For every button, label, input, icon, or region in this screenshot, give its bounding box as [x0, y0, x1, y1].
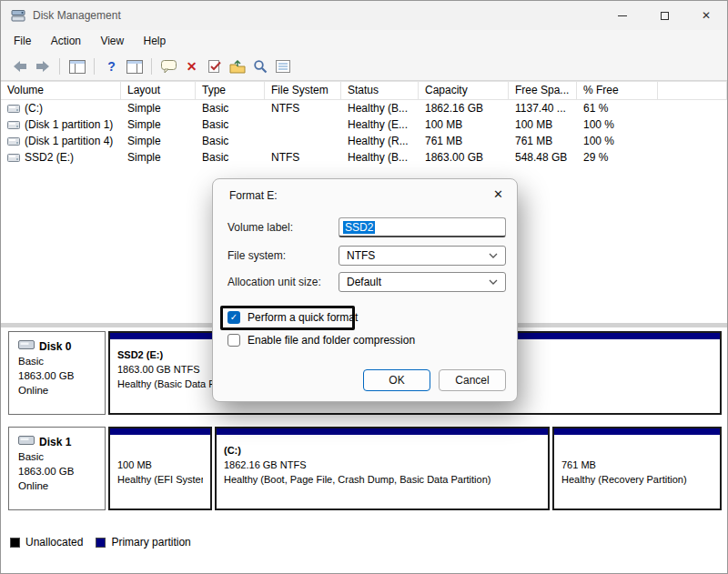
partition-size: 761 MB — [561, 458, 713, 472]
volume-layout: Simple — [121, 100, 196, 116]
toolbar-separator — [94, 58, 95, 75]
disk-0-panel[interactable]: Disk 0 Basic 1863.00 GB Online — [8, 331, 106, 415]
window-controls: ✕ — [602, 1, 727, 30]
column-header-volume[interactable]: Volume — [1, 82, 121, 99]
close-button[interactable]: ✕ — [685, 1, 727, 30]
disk-1-panel[interactable]: Disk 1 Basic 1863.00 GB Online — [8, 427, 106, 510]
drive-icon — [7, 104, 20, 114]
volume-free-space: 548.48 GB — [509, 149, 577, 166]
partition-status: Healthy (Recovery Partition) — [561, 472, 713, 487]
unallocated-swatch — [10, 538, 20, 548]
menu-file[interactable]: File — [5, 30, 39, 53]
menu-help[interactable]: Help — [136, 30, 175, 53]
unallocated-label: Unallocated — [25, 536, 83, 549]
dialog-close-button[interactable]: ✕ — [493, 187, 503, 202]
file-system-select[interactable]: NTFS — [339, 246, 506, 266]
chevron-down-icon — [489, 279, 498, 285]
disk-type: Basic — [18, 449, 105, 464]
volume-type: Basic — [196, 100, 265, 116]
volume-pct-free: 29 % — [577, 149, 658, 166]
disk-status: Online — [18, 383, 105, 398]
back-button[interactable] — [8, 55, 31, 77]
menu-view[interactable]: View — [92, 30, 132, 53]
menubar: File Action View Help — [1, 30, 727, 53]
disk-name: Disk 0 — [39, 339, 71, 354]
toolbar-separator — [151, 58, 152, 75]
drive-icon — [7, 153, 20, 163]
volume-status: Healthy (R... — [341, 133, 419, 149]
disk-management-window: Disk Management ✕ File Action View Help … — [0, 0, 728, 574]
column-header-capacity[interactable]: Capacity — [419, 82, 509, 99]
volume-type: Basic — [196, 149, 265, 166]
view-fields-button[interactable] — [271, 55, 294, 77]
drive-icon — [7, 136, 20, 146]
chevron-down-icon — [489, 253, 498, 258]
delete-volume-button[interactable]: ✕ — [180, 55, 203, 77]
volume-row-disk1-partition1[interactable]: (Disk 1 partition 1) Simple Basic Health… — [1, 116, 727, 133]
magnifier-icon — [253, 59, 268, 74]
disk-management-app-icon — [11, 8, 25, 23]
maximize-icon — [661, 12, 669, 20]
menu-action[interactable]: Action — [43, 30, 89, 53]
titlebar: Disk Management ✕ — [1, 1, 727, 30]
column-header-layout[interactable]: Layout — [121, 82, 196, 99]
show-action-pane-button[interactable] — [123, 55, 146, 77]
volume-free-space: 1137.40 ... — [509, 100, 577, 116]
partition-efi-system[interactable]: 100 MB Healthy (EFI System Partition) — [108, 427, 212, 510]
quick-format-checkbox[interactable]: ✓ — [228, 311, 240, 324]
volume-free-space: 761 MB — [509, 133, 577, 149]
file-system-value: NTFS — [347, 249, 375, 262]
format-dialog: Format E: ✕ Volume label: SSD2 File syst… — [212, 178, 518, 402]
disk-icon — [18, 338, 35, 354]
volume-name: SSD2 (E:) — [25, 149, 74, 166]
console-tree-icon — [69, 60, 86, 74]
column-header-filler — [658, 82, 727, 99]
volume-row-ssd2-e[interactable]: SSD2 (E:) Simple Basic NTFS Healthy (B..… — [1, 149, 727, 166]
compression-label: Enable file and folder compression — [248, 334, 415, 347]
volume-row-c[interactable]: (C:) Simple Basic NTFS Healthy (B... 186… — [1, 100, 727, 116]
forward-button[interactable] — [31, 55, 54, 77]
minimize-icon — [618, 15, 627, 16]
volume-free-space: 100 MB — [509, 116, 577, 133]
maximize-button[interactable] — [643, 1, 685, 30]
minimize-button[interactable] — [602, 1, 643, 30]
column-header-pct-free[interactable]: % Free — [577, 82, 658, 99]
mark-partition-button[interactable] — [203, 55, 226, 77]
column-header-type[interactable]: Type — [196, 82, 265, 99]
show-console-tree-button[interactable] — [66, 55, 88, 77]
action-pane-icon — [126, 60, 143, 74]
help-icon: ? — [107, 59, 116, 74]
help-button[interactable]: ? — [100, 55, 123, 77]
cancel-button[interactable]: Cancel — [439, 369, 506, 391]
volume-pct-free: 100 % — [577, 116, 658, 133]
partition-c[interactable]: (C:) 1862.16 GB NTFS Healthy (Boot, Page… — [215, 427, 550, 510]
file-system-label: File system: — [228, 249, 286, 262]
volume-file-system: NTFS — [265, 100, 341, 116]
volume-status: Healthy (B... — [341, 149, 419, 166]
volume-name: (Disk 1 partition 1) — [25, 116, 113, 133]
ok-button[interactable]: OK — [363, 369, 430, 391]
column-header-free-space[interactable]: Free Spa... — [509, 82, 577, 99]
volume-pct-free: 100 % — [577, 133, 658, 149]
volume-layout: Simple — [121, 149, 196, 166]
partition-size: 100 MB — [117, 458, 203, 472]
partition-title — [561, 443, 713, 458]
explore-button[interactable] — [248, 55, 271, 77]
check-document-icon — [207, 60, 222, 74]
volume-list-header: Volume Layout Type File System Status Ca… — [1, 82, 727, 100]
partition-title — [117, 443, 203, 458]
column-header-file-system[interactable]: File System — [265, 82, 341, 99]
volume-row-disk1-partition4[interactable]: (Disk 1 partition 4) Simple Basic Health… — [1, 133, 727, 149]
compression-checkbox[interactable] — [228, 334, 240, 347]
volume-label-input[interactable]: SSD2 — [339, 217, 506, 237]
window-title: Disk Management — [33, 9, 121, 22]
back-icon — [12, 59, 28, 74]
partition-recovery[interactable]: 761 MB Healthy (Recovery Partition) — [552, 427, 722, 510]
volume-name: (C:) — [25, 100, 43, 116]
action-popup-button[interactable] — [157, 55, 180, 77]
column-header-status[interactable]: Status — [341, 82, 419, 99]
volume-status: Healthy (B... — [341, 100, 419, 116]
open-button[interactable] — [226, 55, 248, 77]
check-icon: ✓ — [230, 311, 238, 324]
allocation-unit-select[interactable]: Default — [339, 272, 506, 292]
